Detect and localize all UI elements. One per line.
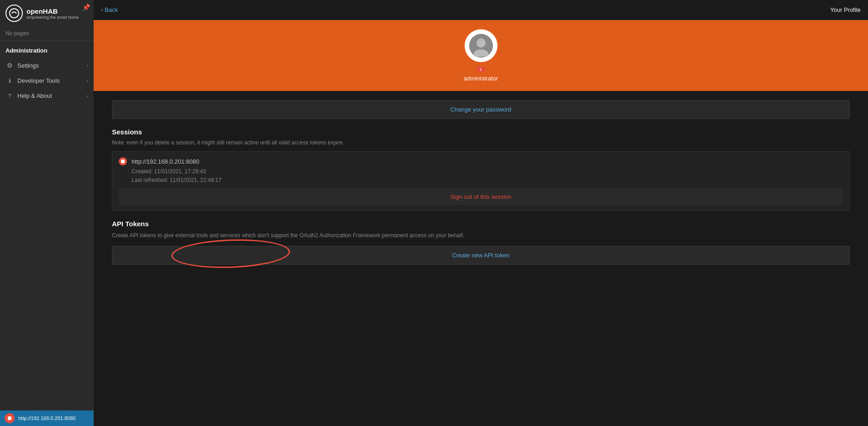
session-created: Created: 11/01/2021, 17:28:43 — [132, 167, 843, 176]
avatar — [465, 29, 498, 62]
developer-tools-icon: ℹ — [5, 78, 14, 84]
logo-area: openHAB empowering the smart home 📌 — [0, 0, 94, 27]
main-content: ‹ Back Your Profile 1 administrator Chan… — [94, 0, 868, 426]
help-about-chevron-icon: › — [86, 93, 88, 99]
svg-point-1 — [476, 38, 486, 48]
session-refreshed: Last refreshed: 11/01/2021, 22:48:17 — [132, 176, 843, 185]
admin-section: Administration ⚙ Settings › ℹ Developer … — [0, 41, 94, 107]
session-url: http://192.168.0.201:8080 — [132, 158, 199, 165]
back-chevron-icon: ‹ — [101, 6, 103, 13]
svg-point-0 — [10, 9, 19, 18]
session-stop-icon — [119, 157, 127, 165]
sidebar: openHAB empowering the smart home 📌 No p… — [0, 0, 94, 426]
logo-text-block: openHAB empowering the smart home — [26, 7, 79, 20]
profile-header: 1 administrator — [94, 20, 868, 91]
create-token-button[interactable]: Create new API token — [112, 246, 850, 265]
top-bar: ‹ Back Your Profile — [94, 0, 868, 20]
sessions-note: Note: even if you delete a session, it m… — [112, 139, 850, 146]
logo-subtext: empowering the smart home — [26, 15, 79, 20]
session-header: http://192.168.0.201:8080 — [119, 157, 843, 165]
no-pages-label: No pages — [0, 27, 94, 41]
api-tokens-description: Create API tokens to give external tools… — [112, 231, 850, 240]
your-profile-label: Your Profile — [830, 6, 861, 13]
status-bar: http://192.168.0.201:8080 — [0, 410, 94, 426]
status-stop-icon — [5, 413, 15, 423]
sidebar-item-help-about[interactable]: ? Help & About › — [0, 88, 94, 103]
back-button[interactable]: ‹ Back — [101, 6, 118, 13]
avatar-icon — [469, 34, 493, 58]
admin-badge: 1 — [477, 67, 485, 72]
status-url: http://192.168.0.201:8080 — [18, 415, 75, 421]
settings-chevron-icon: › — [86, 63, 88, 68]
content-area: Change your password Sessions Note: even… — [94, 91, 868, 426]
sessions-section: Sessions Note: even if you delete a sess… — [112, 128, 850, 211]
help-about-label: Help & About — [17, 92, 83, 99]
settings-label: Settings — [17, 62, 83, 69]
logo-icon — [5, 5, 23, 22]
api-tokens-title: API Tokens — [112, 220, 850, 228]
back-label: Back — [105, 6, 118, 13]
pin-icon: 📌 — [82, 4, 90, 11]
create-token-wrapper: Create new API token — [112, 246, 850, 265]
sidebar-item-settings[interactable]: ⚙ Settings › — [0, 58, 94, 73]
settings-icon: ⚙ — [5, 62, 14, 69]
admin-name: administrator — [464, 75, 498, 82]
sessions-title: Sessions — [112, 128, 850, 136]
session-card: http://192.168.0.201:8080 Created: 11/01… — [112, 151, 850, 211]
sign-out-button[interactable]: Sign out of this session — [119, 188, 843, 205]
developer-tools-label: Developer Tools — [17, 77, 83, 84]
change-password-button[interactable]: Change your password — [112, 100, 850, 119]
logo-name: openHAB — [26, 7, 79, 15]
sidebar-item-developer-tools[interactable]: ℹ Developer Tools › — [0, 73, 94, 88]
admin-section-title: Administration — [0, 44, 94, 57]
developer-tools-chevron-icon: › — [86, 78, 88, 84]
help-icon: ? — [5, 93, 14, 99]
api-tokens-section: API Tokens Create API tokens to give ext… — [112, 220, 850, 265]
svg-point-2 — [474, 49, 488, 57]
